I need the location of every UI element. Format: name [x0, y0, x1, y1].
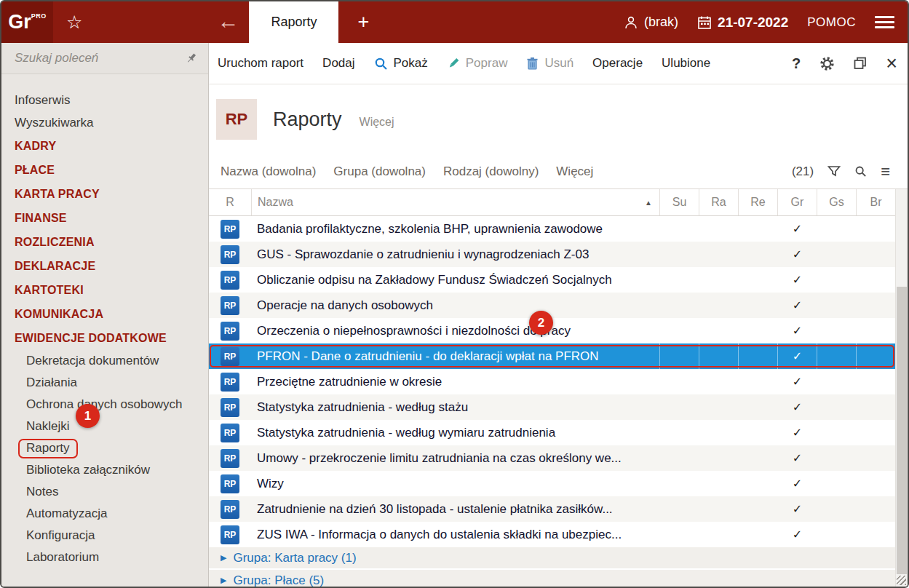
column-header-su[interactable]: Su	[659, 189, 699, 215]
flag-cell-br	[856, 471, 895, 496]
command-search-input[interactable]: Szukaj poleceń	[1, 43, 208, 74]
table-row[interactable]: RPGUS - Sprawozdanie o zatrudnieniu i wy…	[209, 242, 895, 267]
filter-search-icon[interactable]	[854, 165, 867, 178]
flag-cell-gs	[817, 343, 856, 369]
table-row[interactable]: RPStatystyka zatrudnienia - według stażu…	[209, 394, 895, 420]
column-header-ra[interactable]: Ra	[699, 189, 738, 215]
table-row[interactable]: RPPrzeciętne zatrudnienie w okresie✓	[209, 369, 895, 394]
flag-cell-su	[659, 471, 699, 496]
filter-group-dropdown[interactable]: Grupa (dowolna)	[333, 164, 426, 179]
group-rows: ▶Grupa: Karta pracy (1)▶Grupa: Płace (5)	[209, 547, 895, 588]
favorites-button[interactable]: Ulubione	[662, 56, 710, 71]
flag-cell-su	[659, 318, 699, 343]
sidebar-item-konfiguracja[interactable]: Konfiguracja	[1, 525, 208, 547]
sidebar-item-ochrona-danych-osobowych[interactable]: Ochrona danych osobowych	[1, 394, 208, 416]
date-display[interactable]: 21-07-2022	[697, 15, 788, 31]
sidebar-item-finanse[interactable]: FINANSE	[1, 206, 208, 230]
detach-window-icon[interactable]	[854, 57, 867, 70]
flag-cell-ra	[699, 522, 738, 547]
tab-raporty[interactable]: Raporty	[249, 1, 338, 43]
sidebar-item-naklejki[interactable]: Naklejki	[1, 416, 208, 437]
group-label: Grupa: Karta pracy (1)	[233, 551, 356, 565]
column-header-gs[interactable]: Gs	[817, 189, 856, 215]
pin-icon[interactable]	[185, 52, 198, 65]
group-label: Grupa: Płace (5)	[233, 573, 324, 588]
user-indicator[interactable]: (brak)	[623, 15, 678, 31]
edit-button[interactable]: Popraw	[447, 56, 508, 71]
person-icon	[623, 15, 639, 31]
table-row[interactable]: RPUmowy - przekroczenie limitu zatrudnia…	[209, 445, 895, 471]
sidebar-item-dekretacja-dokumentów[interactable]: Dekretacja dokumentów	[1, 350, 208, 372]
report-icon-cell: RP	[209, 474, 251, 493]
sidebar-item-raporty[interactable]: Raporty	[1, 437, 208, 459]
sidebar-item-komunikacja[interactable]: KOMUNIKACJA	[1, 302, 208, 326]
column-header-r[interactable]: R	[209, 189, 251, 215]
table-row[interactable]: RPZUS IWA - Informacja o danych do ustal…	[209, 522, 895, 547]
hamburger-menu-icon[interactable]	[875, 16, 894, 28]
column-header-br[interactable]: Br	[856, 189, 895, 215]
favorites-star-icon[interactable]: ☆	[66, 12, 82, 33]
sidebar-menu: InfoserwisWyszukiwarkaKADRYPŁACEKARTA PR…	[1, 74, 208, 568]
table-row[interactable]: RPPFRON - Dane o zatrudnieniu - do dekla…	[209, 343, 895, 369]
report-name: Statystyka zatrudnienia - według stażu	[251, 400, 659, 415]
sidebar-item-wyszukiwarka[interactable]: Wyszukiwarka	[1, 111, 208, 134]
column-header-re[interactable]: Re	[738, 189, 777, 215]
sidebar-item-rozliczenia[interactable]: ROZLICZENIA	[1, 230, 208, 254]
app-logo[interactable]: GrPRO	[1, 1, 53, 43]
report-type-icon: RP	[221, 500, 239, 519]
filter-name-dropdown[interactable]: Nazwa (dowolna)	[221, 164, 316, 179]
back-arrow-button[interactable]: ←	[217, 9, 239, 33]
header-more-link[interactable]: Więcej	[360, 116, 394, 129]
sidebar-item-ewidencje-dodatkowe[interactable]: EWIDENCJE DODATKOWE	[1, 326, 208, 350]
help-menu[interactable]: POMOC	[807, 15, 856, 30]
sidebar-item-automatyzacja[interactable]: Automatyzacja	[1, 503, 208, 525]
table-row[interactable]: RPWizy✓	[209, 471, 895, 496]
sidebar-item-płace[interactable]: PŁACE	[1, 158, 208, 182]
scrollbar-thumb[interactable]	[897, 287, 907, 574]
filter-funnel-icon[interactable]	[827, 165, 841, 178]
sidebar-item-działania[interactable]: Działania	[1, 372, 208, 394]
add-button[interactable]: Dodaj	[322, 56, 354, 71]
flag-cell-re	[738, 242, 777, 267]
flag-cell-gr: ✓	[777, 343, 817, 369]
flag-cell-re	[738, 293, 777, 318]
group-row[interactable]: ▶Grupa: Karta pracy (1)	[209, 547, 895, 570]
sidebar-item-laboratorium[interactable]: Laboratorium	[1, 547, 208, 568]
sidebar-item-karta-pracy[interactable]: KARTA PRACY	[1, 182, 208, 206]
sidebar-item-infoserwis[interactable]: Infoserwis	[1, 89, 208, 111]
report-icon-cell: RP	[209, 245, 251, 264]
close-button[interactable]: ×	[886, 54, 897, 74]
table-row[interactable]: RPObliczanie odpisu na Zakładowy Fundusz…	[209, 267, 895, 293]
table-row[interactable]: RPBadania profilaktyczne, szkolenia BHP,…	[209, 216, 895, 242]
column-header-nazwa[interactable]: Nazwa ▲	[251, 189, 659, 215]
sidebar-item-label: KOMUNIKACJA	[15, 308, 103, 321]
sidebar-item-label: DEKLARACJE	[15, 260, 95, 273]
filter-more-button[interactable]: Więcej	[556, 164, 593, 179]
report-name: Orzeczenia o niepełnosprawności i niezdo…	[251, 324, 659, 338]
sidebar-item-kartoteki[interactable]: KARTOTEKI	[1, 278, 208, 302]
flag-cell-gr: ✓	[777, 420, 817, 445]
filter-type-dropdown[interactable]: Rodzaj (dowolny)	[443, 164, 539, 179]
sidebar-item-kadry[interactable]: KADRY	[1, 134, 208, 158]
settings-gear-icon[interactable]	[819, 56, 835, 71]
resize-grip-icon[interactable]	[897, 576, 906, 585]
table-row[interactable]: RPOperacje na danych osobowych✓	[209, 293, 895, 318]
vertical-scrollbar[interactable]	[895, 189, 908, 587]
help-button[interactable]: ?	[792, 55, 801, 72]
content-area: Szukaj poleceń InfoserwisWyszukiwarkaKAD…	[1, 43, 908, 587]
group-row[interactable]: ▶Grupa: Płace (5)	[209, 570, 895, 588]
delete-button[interactable]: Usuń	[526, 56, 573, 71]
column-header-gr[interactable]: Gr	[777, 189, 817, 215]
sidebar-item-biblioteka-załączników[interactable]: Biblioteka załączników	[1, 459, 208, 481]
table-row[interactable]: RPStatystyka zatrudnienia - według wymia…	[209, 420, 895, 445]
operations-button[interactable]: Operacje	[592, 56, 643, 71]
sidebar-item-deklaracje[interactable]: DEKLARACJE	[1, 254, 208, 278]
sidebar-item-notes[interactable]: Notes	[1, 481, 208, 503]
view-list-icon[interactable]: ≡	[881, 162, 890, 181]
show-button[interactable]: Pokaż	[374, 56, 428, 71]
sidebar-item-label: Ochrona danych osobowych	[26, 397, 183, 412]
table-row[interactable]: RPZatrudnienie na dzień 30 listopada - u…	[209, 496, 895, 522]
run-report-button[interactable]: Uruchom raport	[218, 56, 303, 71]
flag-cell-gs	[817, 242, 856, 267]
new-tab-button[interactable]: +	[357, 11, 369, 33]
